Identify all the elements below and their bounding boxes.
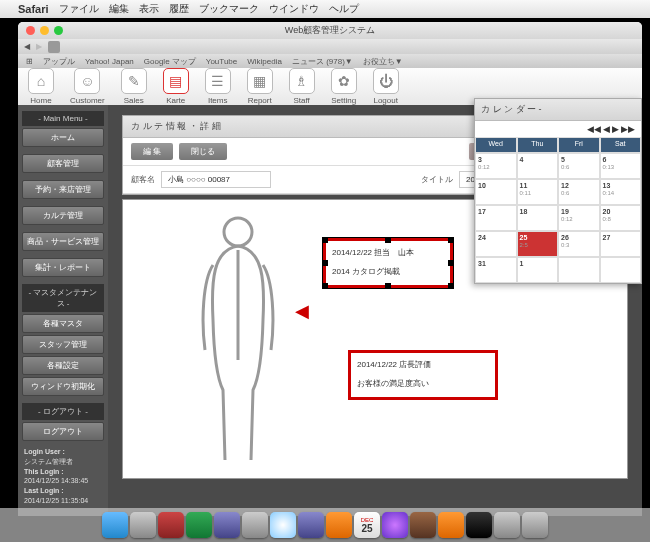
dock-app6-icon[interactable] <box>494 512 520 538</box>
memo-box-2[interactable]: 2014/12/22 店長評価 お客様の満足度高い <box>348 350 498 400</box>
bm-news[interactable]: ニュース (978)▼ <box>292 56 353 67</box>
cal-cell[interactable]: 252:5 <box>517 231 559 257</box>
window-titlebar[interactable]: Web顧客管理システム <box>18 22 642 39</box>
sidebar-logout[interactable]: ログアウト <box>22 422 104 441</box>
dock-launchpad-icon[interactable] <box>130 512 156 538</box>
dock-app4-icon[interactable] <box>438 512 464 538</box>
dock-itunes-icon[interactable] <box>382 512 408 538</box>
menu-help[interactable]: ヘルプ <box>329 2 359 16</box>
bookmarks-bar: ⊞ アップル Yahoo! Japan Google マップ YouTube W… <box>18 54 642 68</box>
cal-cell[interactable]: 60:13 <box>600 153 642 179</box>
sidebar-header: - Main Menu - <box>22 111 104 126</box>
cal-cell[interactable]: 31 <box>475 257 517 283</box>
dock-app2-icon[interactable] <box>186 512 212 538</box>
cal-cell[interactable]: 30:12 <box>475 153 517 179</box>
dock-trash-icon[interactable] <box>522 512 548 538</box>
bm-wiki[interactable]: Wikipedia <box>247 57 282 66</box>
cal-cell[interactable]: 260:3 <box>558 231 600 257</box>
mac-menubar: Safari ファイル 編集 表示 履歴 ブックマーク ウインドウ ヘルプ <box>0 0 650 18</box>
tb-staff[interactable]: ♗Staff <box>289 68 315 105</box>
calendar-panel: カ レ ン ダ ー - ◀◀ ◀ ▶ ▶▶ WedThuFriSat30:124… <box>474 98 642 284</box>
customer-field[interactable]: 小島 ○○○○ 00087 <box>161 171 271 188</box>
tb-items[interactable]: ☰Items <box>205 68 231 105</box>
cal-next-month[interactable]: ▶▶ <box>621 124 635 134</box>
sidebar-customer[interactable]: 顧客管理 <box>22 154 104 173</box>
edit-button[interactable]: 編 集 <box>131 143 173 160</box>
dock-app5-icon[interactable] <box>466 512 492 538</box>
browser-navbar: ◀ ▶ <box>18 39 642 54</box>
cal-cell[interactable]: 10 <box>475 179 517 205</box>
window-title: Web顧客管理システム <box>18 24 642 37</box>
tb-karte[interactable]: ▤Karte <box>163 68 189 105</box>
tb-home[interactable]: ⌂Home <box>28 68 54 105</box>
cal-prev-month[interactable]: ◀◀ <box>587 124 601 134</box>
forward-icon[interactable]: ▶ <box>36 42 42 51</box>
dock-settings-icon[interactable] <box>242 512 268 538</box>
sidebar-settings[interactable]: 各種設定 <box>22 356 104 375</box>
dock-app1-icon[interactable] <box>158 512 184 538</box>
memo-box-1[interactable]: 2014/12/22 担当 山本 2014 カタログ掲載 <box>323 238 453 288</box>
bm-gmaps[interactable]: Google マップ <box>144 56 196 67</box>
cal-head: Sat <box>600 137 642 153</box>
menu-edit[interactable]: 編集 <box>109 2 129 16</box>
calendar-nav: ◀◀ ◀ ▶ ▶▶ <box>475 121 641 137</box>
report-icon: ▦ <box>247 68 273 94</box>
menu-file[interactable]: ファイル <box>59 2 99 16</box>
bm-youtube[interactable]: YouTube <box>206 57 237 66</box>
bm-useful[interactable]: お役立ち▼ <box>363 56 403 67</box>
cal-cell[interactable] <box>600 257 642 283</box>
bookmark-grid-icon[interactable]: ⊞ <box>26 57 33 66</box>
sidebar-report[interactable]: 集計・レポート <box>22 258 104 277</box>
menu-window[interactable]: ウインドウ <box>269 2 319 16</box>
bm-yahoo[interactable]: Yahoo! Japan <box>85 57 134 66</box>
app-name[interactable]: Safari <box>18 3 49 15</box>
cal-cell[interactable]: 17 <box>475 205 517 231</box>
sidebar-staff[interactable]: スタッフ管理 <box>22 335 104 354</box>
cal-cell[interactable]: 27 <box>600 231 642 257</box>
sidebar-master-header: - マスタメンテナンス - <box>22 284 104 312</box>
cal-next-week[interactable]: ▶ <box>612 124 619 134</box>
menu-history[interactable]: 履歴 <box>169 2 189 16</box>
cal-cell[interactable]: 110:11 <box>517 179 559 205</box>
cal-head: Wed <box>475 137 517 153</box>
sidebar-reserve[interactable]: 予約・来店管理 <box>22 180 104 199</box>
menu-view[interactable]: 表示 <box>139 2 159 16</box>
tb-report[interactable]: ▦Report <box>247 68 273 105</box>
sidebar-master[interactable]: 各種マスタ <box>22 314 104 333</box>
dock-appstore-icon[interactable] <box>214 512 240 538</box>
dock-app3-icon[interactable] <box>410 512 436 538</box>
back-icon[interactable]: ◀ <box>24 42 30 51</box>
menu-bookmarks[interactable]: ブックマーク <box>199 2 259 16</box>
tb-logout[interactable]: ⏻Logout <box>373 68 399 105</box>
cal-cell[interactable]: 200:8 <box>600 205 642 231</box>
cal-cell[interactable]: 120:6 <box>558 179 600 205</box>
close-button[interactable]: 閉じる <box>179 143 227 160</box>
dock-mail-icon[interactable] <box>298 512 324 538</box>
sidebar-karte[interactable]: カルテ管理 <box>22 206 104 225</box>
cal-cell[interactable]: 24 <box>475 231 517 257</box>
arrow-left-icon[interactable]: ◀ <box>295 300 309 322</box>
dock-contacts-icon[interactable] <box>326 512 352 538</box>
customer-icon: ☺ <box>74 68 100 94</box>
dock-calendar-icon[interactable]: DEC25 <box>354 512 380 538</box>
cal-cell[interactable]: 50:6 <box>558 153 600 179</box>
sidebar-icon[interactable] <box>48 41 60 53</box>
tb-customer[interactable]: ☺Customer <box>70 68 105 105</box>
calendar-grid: WedThuFriSat30:12450:660:1310110:11120:6… <box>475 137 641 283</box>
sidebar-wininit[interactable]: ウィンドウ初期化 <box>22 377 104 396</box>
dock-finder-icon[interactable] <box>102 512 128 538</box>
memo2-line1: 2014/12/22 店長評価 <box>357 359 489 372</box>
sidebar-product[interactable]: 商品・サービス管理 <box>22 232 104 251</box>
cal-cell[interactable]: 18 <box>517 205 559 231</box>
cal-cell[interactable]: 1 <box>517 257 559 283</box>
tb-setting[interactable]: ✿Setting <box>331 68 357 105</box>
cal-cell[interactable]: 4 <box>517 153 559 179</box>
bm-apple[interactable]: アップル <box>43 56 75 67</box>
sidebar-home[interactable]: ホーム <box>22 128 104 147</box>
cal-prev-week[interactable]: ◀ <box>603 124 610 134</box>
cal-cell[interactable] <box>558 257 600 283</box>
cal-cell[interactable]: 190:12 <box>558 205 600 231</box>
dock-safari-icon[interactable] <box>270 512 296 538</box>
cal-cell[interactable]: 130:14 <box>600 179 642 205</box>
tb-sales[interactable]: ✎Sales <box>121 68 147 105</box>
